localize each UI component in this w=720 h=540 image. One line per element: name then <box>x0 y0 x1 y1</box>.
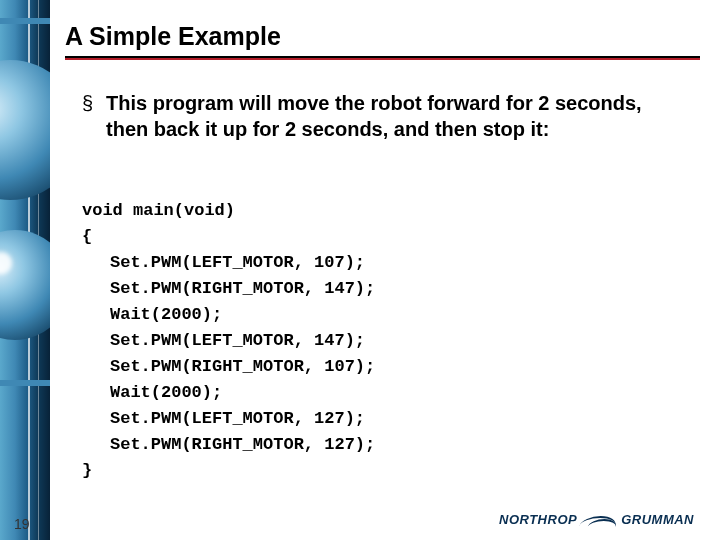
code-line: Set.PWM(RIGHT_MOTOR, 107); <box>82 354 680 380</box>
code-line: Set.PWM(LEFT_MOTOR, 107); <box>82 250 680 276</box>
code-line: Wait(2000); <box>82 380 680 406</box>
title-area: A Simple Example <box>65 22 690 57</box>
page-number: 19 <box>14 516 30 532</box>
title-underline <box>65 56 700 60</box>
code-line: Wait(2000); <box>82 302 680 328</box>
logo-name-2: GRUMMAN <box>621 512 694 527</box>
content-area: § This program will move the robot forwa… <box>82 90 680 510</box>
bullet-text: This program will move the robot forward… <box>106 90 680 142</box>
bullet-symbol: § <box>82 90 96 116</box>
slide: A Simple Example § This program will mov… <box>0 0 720 540</box>
code-block: void main(void) { Set.PWM(LEFT_MOTOR, 10… <box>82 172 680 510</box>
company-logo: NORTHROP GRUMMAN <box>499 510 694 528</box>
code-line: Set.PWM(RIGHT_MOTOR, 147); <box>82 276 680 302</box>
slide-title: A Simple Example <box>65 22 690 57</box>
code-line: Set.PWM(RIGHT_MOTOR, 127); <box>82 432 680 458</box>
code-line: { <box>82 227 92 246</box>
left-sidebar-graphic <box>0 0 50 540</box>
logo-swoosh-icon <box>581 514 617 526</box>
bullet-item: § This program will move the robot forwa… <box>82 90 680 142</box>
code-line: Set.PWM(LEFT_MOTOR, 127); <box>82 406 680 432</box>
code-line: } <box>82 461 92 480</box>
code-line: void main(void) <box>82 201 235 220</box>
code-line: Set.PWM(LEFT_MOTOR, 147); <box>82 328 680 354</box>
logo-name-1: NORTHROP <box>499 512 577 527</box>
